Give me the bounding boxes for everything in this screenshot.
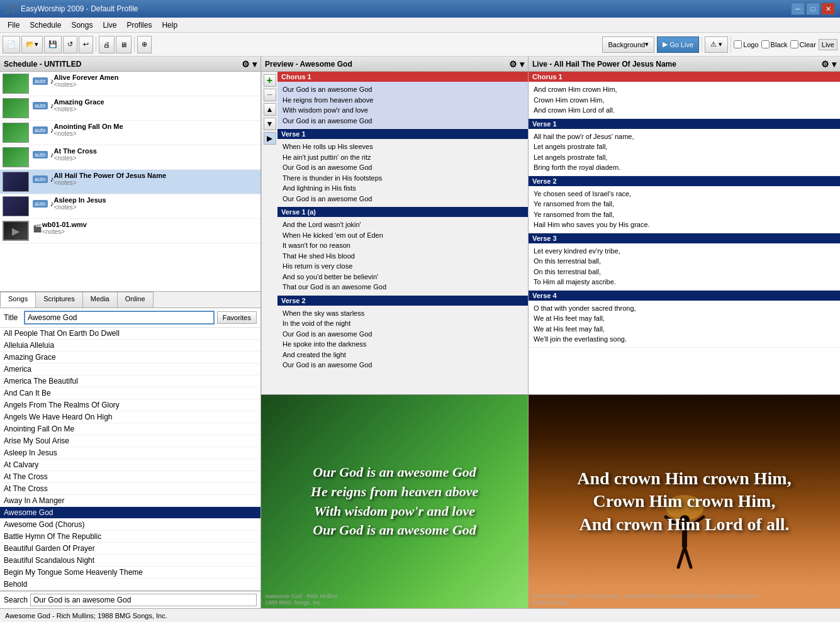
- list-item[interactable]: America The Beautiful: [0, 375, 260, 387]
- list-item[interactable]: And Can It Be: [0, 387, 260, 399]
- auto-label: auto: [33, 102, 48, 109]
- list-item[interactable]: Awesome God (Chorus): [0, 519, 260, 531]
- list-item[interactable]: Alleluia Alleluia: [0, 340, 260, 352]
- live-lyrics-verse4[interactable]: O that with yonder sacred throng, We at …: [529, 301, 840, 348]
- lyrics-block-verse1a[interactable]: And the Lord wasn't jokin' When He kicke…: [277, 217, 528, 296]
- print-button[interactable]: 🖨: [99, 36, 115, 53]
- menu-file[interactable]: File: [3, 19, 25, 31]
- logo-checkbox[interactable]: [734, 40, 742, 48]
- menu-schedule[interactable]: Schedule: [25, 19, 66, 31]
- remove-button[interactable]: −: [264, 89, 276, 101]
- add-button[interactable]: +: [264, 74, 276, 87]
- schedule-item[interactable]: auto ♪ All Hail The Power Of Jesus Name …: [0, 170, 260, 194]
- schedule-header: Schedule - UNTITLED ⚙ ▾: [0, 57, 260, 72]
- search-label: Search: [4, 596, 28, 604]
- list-item[interactable]: Arise My Soul Arise: [0, 435, 260, 447]
- toolbar-separator-3: [702, 37, 702, 52]
- list-item[interactable]: Away In A Manger: [0, 495, 260, 507]
- live-section-chorus1[interactable]: Chorus 1: [529, 72, 840, 82]
- list-item[interactable]: At The Cross: [0, 483, 260, 495]
- list-item[interactable]: Beautiful Garden Of Prayer: [0, 543, 260, 555]
- move-up-button[interactable]: ▲: [264, 103, 276, 116]
- search-bar: Search: [0, 591, 260, 608]
- schedule-item[interactable]: auto ♪ Anointing Fall On Me <notes>: [0, 121, 260, 145]
- list-item[interactable]: Behold: [0, 579, 260, 591]
- list-item[interactable]: America: [0, 364, 260, 375]
- live-toggle-label: Live: [819, 39, 837, 50]
- schedule-item[interactable]: auto ♪ Alive Forever Amen <notes>: [0, 72, 260, 96]
- live-section-verse4[interactable]: Verse 4: [529, 291, 840, 301]
- background-button[interactable]: Background ▾: [602, 36, 654, 53]
- refresh-button[interactable]: ↺: [63, 36, 77, 53]
- live-settings-icon[interactable]: ⚙ ▾: [821, 59, 836, 69]
- favorites-button[interactable]: Favorites: [217, 311, 257, 324]
- live-lyrics-verse1[interactable]: All hail the pow'r of Jesus' name, Let a…: [529, 129, 840, 176]
- live-section-verse2[interactable]: Verse 2: [529, 176, 840, 186]
- live-lyrics-verse2[interactable]: Ye chosen seed of Israel's race, Ye rans…: [529, 186, 840, 233]
- lyrics-block-verse2[interactable]: When the sky was starless In the void of…: [277, 306, 528, 374]
- list-item[interactable]: At The Cross: [0, 471, 260, 483]
- preview-image[interactable]: Our God is an awesome God He reigns from…: [261, 394, 528, 608]
- menu-profiles[interactable]: Profiles: [121, 19, 157, 31]
- maximize-button[interactable]: □: [806, 3, 820, 15]
- preview-copyright: Awesome God - Rich Mullins 1988 BMG Song…: [265, 593, 337, 606]
- list-item[interactable]: Battle Hymn Of The Republic: [0, 531, 260, 543]
- app-title: EasyWorship 2009 - Default Profile: [21, 4, 138, 13]
- search-input[interactable]: [30, 594, 257, 606]
- extra-button[interactable]: ⊕: [137, 36, 152, 53]
- schedule-thumb: [3, 98, 29, 118]
- monitor-button[interactable]: 🖥: [116, 36, 132, 53]
- move-down-button[interactable]: ▼: [264, 118, 276, 130]
- list-item[interactable]: Angels We Have Heard On High: [0, 411, 260, 423]
- tab-scriptures[interactable]: Scriptures: [35, 292, 83, 308]
- toolbar-separator-2: [134, 37, 135, 52]
- lyrics-block-verse1[interactable]: When He rolls up His sleeves He ain't ju…: [277, 139, 528, 207]
- go-live-button[interactable]: ▶ Go Live: [657, 36, 699, 53]
- section-header-verse1[interactable]: Verse 1: [277, 129, 528, 139]
- menu-live[interactable]: Live: [98, 19, 121, 31]
- list-item[interactable]: All People That On Earth Do Dwell: [0, 328, 260, 340]
- menu-songs[interactable]: Songs: [66, 19, 98, 31]
- lyrics-block-chorus1[interactable]: Our God is an awesome God He reigns from…: [277, 82, 528, 129]
- new-button[interactable]: 📄: [3, 36, 20, 53]
- schedule-item[interactable]: auto ♪ Asleep In Jesus <notes>: [0, 194, 260, 219]
- list-item[interactable]: Begin My Tongue Some Heavenly Theme: [0, 567, 260, 579]
- schedule-item-content: auto ♪ Anointing Fall On Me <notes>: [33, 123, 258, 137]
- menu-help[interactable]: Help: [157, 19, 182, 31]
- live-section-verse3[interactable]: Verse 3: [529, 233, 840, 243]
- schedule-settings-icon[interactable]: ⚙ ▾: [242, 59, 257, 69]
- minimize-button[interactable]: ─: [791, 3, 805, 15]
- tab-online[interactable]: Online: [117, 292, 154, 308]
- section-header-verse2[interactable]: Verse 2: [277, 296, 528, 306]
- tab-media[interactable]: Media: [82, 292, 118, 308]
- section-header-verse1a[interactable]: Verse 1 (a): [277, 207, 528, 217]
- live-lyrics-verse3[interactable]: Let every kindred ev'ry tribe, On this t…: [529, 243, 840, 291]
- schedule-item-content: auto ♪ Alive Forever Amen <notes>: [33, 74, 258, 88]
- send-live-button[interactable]: ▶: [264, 132, 276, 145]
- schedule-item[interactable]: auto ♪ At The Cross <notes>: [0, 145, 260, 170]
- list-item[interactable]: Angels From The Realms Of Glory: [0, 399, 260, 411]
- alert-button[interactable]: ⚠ ▾: [705, 36, 728, 53]
- list-item[interactable]: Beautiful Scandalous Night: [0, 555, 260, 567]
- live-lyrics-chorus1[interactable]: And crown Him crown Him, Crown Him crown…: [529, 82, 840, 119]
- list-item[interactable]: Anointing Fall On Me: [0, 423, 260, 435]
- live-image[interactable]: And crown Him crown Him, Crown Him crown…: [529, 394, 840, 608]
- list-item-active[interactable]: Awesome God: [0, 507, 260, 519]
- preview-settings-icon[interactable]: ⚙ ▾: [509, 59, 524, 69]
- schedule-item[interactable]: auto ♪ Amazing Grace <notes>: [0, 96, 260, 121]
- song-list[interactable]: All People That On Earth Do Dwell Allelu…: [0, 328, 260, 591]
- list-item[interactable]: Amazing Grace: [0, 352, 260, 364]
- section-header-chorus1[interactable]: Chorus 1: [277, 72, 528, 82]
- black-checkbox[interactable]: [761, 40, 770, 48]
- tab-songs[interactable]: Songs: [0, 292, 36, 308]
- title-input[interactable]: [24, 311, 215, 325]
- save-button[interactable]: 💾: [44, 36, 62, 53]
- live-section-verse1[interactable]: Verse 1: [529, 119, 840, 129]
- list-item[interactable]: Asleep In Jesus: [0, 447, 260, 459]
- open-button[interactable]: 📂▾: [21, 36, 43, 53]
- clear-checkbox[interactable]: [790, 40, 798, 48]
- close-button[interactable]: ✕: [821, 3, 835, 15]
- schedule-item[interactable]: ▶ 🎬 wb01-01.wmv <notes>: [0, 219, 260, 243]
- list-item[interactable]: At Calvary: [0, 459, 260, 471]
- undo-button[interactable]: ↩: [79, 36, 93, 53]
